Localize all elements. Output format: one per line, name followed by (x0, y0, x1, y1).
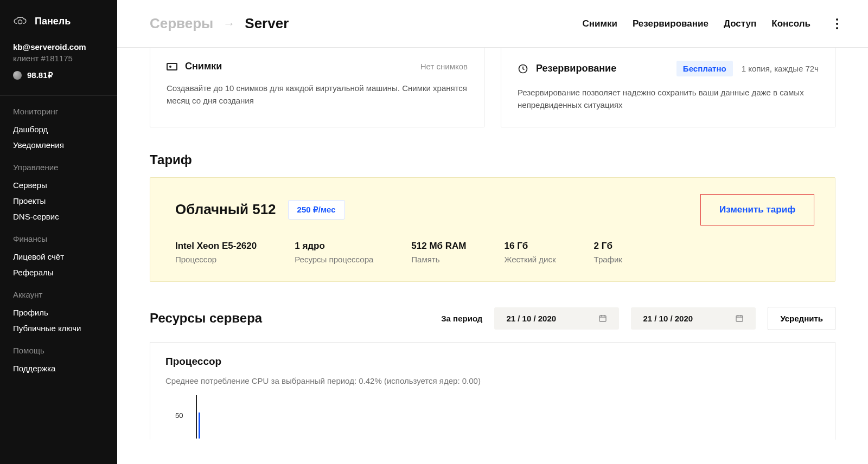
tab-snapshots[interactable]: Снимки (582, 18, 617, 29)
chart-data-spike (199, 413, 200, 439)
sidebar: Панель kb@serveroid.com клиент #181175 9… (0, 0, 117, 464)
tariff-spec-value: 512 Мб RAM (411, 241, 466, 252)
card-snapshots-desc: Создавайте до 10 снимков для каждой вирт… (167, 82, 468, 107)
tab-access[interactable]: Доступ (724, 18, 756, 29)
section-tariff-title: Тариф (150, 152, 835, 167)
balance-amount: 98.81₽ (27, 70, 53, 80)
brand[interactable]: Панель (0, 14, 117, 42)
card-snapshots: Снимки Нет снимков Создавайте до 10 сним… (150, 48, 484, 127)
nav-heading: Управление (13, 163, 104, 172)
card-backup-note: 1 копия, каждые 72ч (742, 64, 819, 73)
balance[interactable]: 98.81₽ (13, 70, 104, 80)
calendar-icon (735, 314, 744, 323)
sidebar-item[interactable]: Уведомления (13, 137, 104, 153)
nav-group: ПомощьПоддержка (0, 340, 117, 381)
sidebar-item[interactable]: Дашборд (13, 121, 104, 137)
chart-cpu-card: Процессор Среднее потребление CPU за выб… (150, 342, 835, 440)
nav-group: МониторингДашбордУведомления (0, 101, 117, 157)
divider (0, 95, 117, 96)
nav-groups: МониторингДашбордУведомленияУправлениеСе… (0, 101, 117, 381)
calendar-icon (598, 314, 607, 323)
nav-group: ФинансыЛицевой счётРефералы (0, 229, 117, 285)
user-block: kb@serveroid.com клиент #181175 98.81₽ (0, 42, 117, 90)
badge-free: Бесплатно (676, 61, 733, 76)
topnav: Снимки Резервирование Доступ Консоль (582, 18, 842, 29)
tariff-spec-value: 2 Гб (594, 241, 622, 252)
y-tick-50: 50 (175, 411, 183, 420)
section-resources-title: Ресурсы сервера (150, 311, 262, 326)
nav-heading: Помощь (13, 346, 104, 355)
top-cards: Снимки Нет снимков Создавайте до 10 сним… (150, 48, 835, 127)
breadcrumb: Серверы → Server (150, 15, 289, 32)
main: Серверы → Server Снимки Резервирование Д… (117, 0, 868, 464)
card-snapshots-title: Снимки (185, 61, 222, 72)
kebab-menu-icon[interactable] (832, 18, 842, 29)
tariff-name: Облачный 512 (175, 201, 276, 218)
nav-heading: Аккаунт (13, 290, 104, 299)
svg-rect-3 (736, 315, 743, 321)
tariff-spec: Intel Xeon E5-2620Процессор (175, 241, 257, 264)
chart-cpu-body: 50 (165, 395, 820, 439)
user-email[interactable]: kb@serveroid.com (13, 42, 104, 51)
sidebar-item[interactable]: Проекты (13, 193, 104, 209)
tab-console[interactable]: Консоль (771, 18, 810, 29)
snapshot-icon (167, 63, 177, 70)
tariff-spec-label: Память (411, 255, 466, 264)
resources-bar: Ресурсы сервера За период 21 / 10 / 2020… (150, 307, 835, 330)
breadcrumb-root[interactable]: Серверы (150, 15, 213, 32)
tariff-spec-value: Intel Xeon E5-2620 (175, 241, 257, 252)
date-to-input[interactable]: 21 / 10 / 2020 (631, 307, 756, 330)
tariff-spec-label: Трафик (594, 255, 622, 264)
change-tariff-button[interactable]: Изменить тариф (700, 194, 814, 225)
nav-heading: Финансы (13, 234, 104, 243)
tariff-spec: 16 ГбЖесткий диск (505, 241, 556, 264)
tariff-spec-label: Ресурсы процессора (295, 255, 373, 264)
tariff-spec: 2 ГбТрафик (594, 241, 622, 264)
tariff-specs: Intel Xeon E5-2620Процессор1 ядроРесурсы… (175, 241, 814, 264)
chart-cpu-title: Процессор (165, 356, 820, 368)
average-button[interactable]: Усреднить (768, 307, 835, 330)
sidebar-item[interactable]: Лицевой счёт (13, 249, 104, 265)
tariff-price-badge: 250 ₽/мес (288, 200, 345, 220)
tariff-spec: 1 ядроРесурсы процессора (295, 241, 373, 264)
card-snapshots-status: Нет снимков (420, 62, 468, 71)
coins-icon (13, 71, 22, 80)
arrow-right-icon: → (223, 17, 235, 31)
date-to-value: 21 / 10 / 2020 (643, 314, 693, 323)
user-client-id: клиент #181175 (13, 54, 104, 63)
sidebar-item[interactable]: Рефералы (13, 265, 104, 280)
logo-icon (13, 14, 27, 28)
svg-point-0 (18, 20, 22, 24)
sidebar-item[interactable]: Серверы (13, 177, 104, 193)
date-from-input[interactable]: 21 / 10 / 2020 (494, 307, 619, 330)
date-from-value: 21 / 10 / 2020 (506, 314, 556, 323)
nav-group: АккаунтПрофильПубличные ключи (0, 285, 117, 340)
brand-title: Панель (35, 16, 71, 27)
tariff-spec-value: 16 Гб (505, 241, 556, 252)
tariff-spec-label: Процессор (175, 255, 257, 264)
card-backup: Резервирование Бесплатно 1 копия, каждые… (501, 48, 835, 127)
sidebar-item[interactable]: Поддержка (13, 360, 104, 376)
nav-heading: Мониторинг (13, 107, 104, 116)
tariff-spec-label: Жесткий диск (505, 255, 556, 264)
sidebar-item[interactable]: DNS-сервис (13, 209, 104, 224)
tariff-spec: 512 Мб RAMПамять (411, 241, 466, 264)
tariff-spec-value: 1 ядро (295, 241, 373, 252)
tab-backup[interactable]: Резервирование (633, 18, 709, 29)
nav-group: УправлениеСерверыПроектыDNS-сервис (0, 157, 117, 229)
card-backup-desc: Резервирование позволяет надежно сохрани… (518, 86, 819, 112)
topbar: Серверы → Server Снимки Резервирование Д… (117, 0, 868, 48)
content: Снимки Нет снимков Создавайте до 10 сним… (117, 48, 868, 461)
chart-cpu-note: Среднее потребление CPU за выбранный пер… (165, 376, 820, 385)
svg-rect-2 (599, 315, 606, 321)
sidebar-item[interactable]: Профиль (13, 305, 104, 320)
tariff-card: Облачный 512 250 ₽/мес Изменить тариф In… (150, 177, 835, 282)
sidebar-item[interactable]: Публичные ключи (13, 320, 104, 336)
breadcrumb-current: Server (245, 15, 289, 32)
period-label: За период (441, 314, 482, 323)
chart-plot-area (196, 395, 820, 439)
card-backup-title: Резервирование (536, 63, 616, 74)
clock-icon (518, 63, 528, 74)
